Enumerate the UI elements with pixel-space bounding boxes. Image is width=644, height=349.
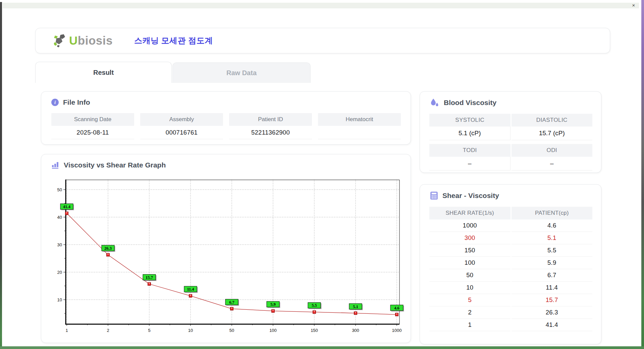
app-title: 스캐닝 모세관 점도계 (134, 35, 213, 46)
sv-shear-value: 10 (429, 282, 511, 294)
sv-patient-value: 5.9 (512, 257, 593, 269)
svg-text:10: 10 (188, 328, 193, 333)
svg-text:100: 100 (269, 328, 277, 333)
shear-viscosity-row: 515.7 (429, 294, 592, 306)
sv-rows: 10004.63005.11505.51005.9506.71011.4515.… (429, 219, 592, 331)
bv-value-todi: – (429, 157, 511, 170)
field-assembly: Assembly 000716761 (140, 113, 223, 139)
sv-shear-value: 2 (429, 306, 511, 319)
svg-text:5: 5 (148, 328, 150, 333)
sv-shear-value: 100 (429, 257, 511, 269)
svg-text:5.1: 5.1 (353, 304, 358, 309)
field-scanning-date: Scanning Date 2025-08-11 (51, 113, 134, 139)
sv-shear-value: 300 (429, 232, 511, 244)
graph-title: Viscosity vs Shear Rate Graph (64, 161, 166, 169)
blood-viscosity-table: SYSTOLIC DIASTOLIC 5.1 (cP) 15.7 (cP) TO… (429, 114, 592, 170)
field-value: 2025-08-11 (51, 126, 134, 139)
bv-value-odi: – (512, 157, 593, 170)
sv-shear-value: 5 (429, 294, 511, 306)
svg-text:26.3: 26.3 (104, 246, 112, 251)
svg-text:30: 30 (57, 242, 62, 247)
shear-viscosity-title: Shear - Viscosity (442, 192, 499, 200)
bv-value-diastolic: 15.7 (cP) (512, 127, 593, 140)
sv-patient-value: 6.7 (512, 269, 593, 282)
field-value: 000716761 (140, 126, 223, 139)
info-icon: i (51, 99, 59, 106)
blood-drops-icon (430, 98, 439, 107)
svg-text:2: 2 (107, 328, 109, 333)
logo-text-u: U (69, 34, 78, 47)
tab-raw-data[interactable]: Raw Data (172, 62, 311, 83)
shear-viscosity-row: 506.7 (429, 269, 592, 282)
shear-viscosity-card: Shear - Viscosity SHEAR RATE(1/s) PATIEN… (420, 184, 601, 344)
svg-text:10: 10 (57, 297, 62, 302)
svg-text:11.4: 11.4 (187, 287, 194, 292)
svg-text:300: 300 (352, 328, 359, 333)
svg-text:50: 50 (57, 187, 62, 192)
blood-viscosity-title: Blood Viscosity (444, 99, 496, 107)
sv-shear-value: 1 (429, 319, 511, 331)
svg-text:4.6: 4.6 (394, 306, 399, 310)
viscosity-chart: 10203040501251050100150300100041.426.315… (51, 178, 407, 338)
file-info-fields: Scanning Date 2025-08-11 Assembly 000716… (51, 113, 401, 139)
sv-patient-value: 15.7 (512, 294, 593, 306)
shear-viscosity-row: 3005.1 (429, 232, 592, 244)
svg-text:1000: 1000 (392, 328, 402, 333)
close-button[interactable]: × (630, 3, 637, 8)
field-hematocrit: Hematocrit (318, 113, 401, 139)
bv-header-todi: TODI (429, 144, 511, 157)
bv-header-odi: ODI (512, 144, 593, 157)
ubiosis-logo-icon (52, 33, 68, 48)
viscosity-graph-card: Viscosity vs Shear Rate Graph 1020304050… (41, 154, 411, 343)
shear-viscosity-row: 10004.6 (429, 219, 592, 232)
field-value (318, 126, 401, 139)
svg-text:41.4: 41.4 (63, 204, 71, 209)
logo-text: Ubiosis (69, 34, 113, 47)
bv-value-systolic: 5.1 (cP) (429, 127, 511, 140)
window-border-right (641, 0, 644, 349)
svg-text:5.5: 5.5 (312, 303, 317, 308)
shear-viscosity-row: 1505.5 (429, 244, 592, 257)
sv-patient-value: 5.5 (512, 244, 593, 257)
sv-patient-value: 41.4 (512, 319, 593, 331)
svg-text:6.7: 6.7 (229, 300, 234, 305)
sv-patient-value: 4.6 (512, 219, 593, 232)
shear-viscosity-table: SHEAR RATE(1/s) PATIENT(cp) 10004.63005.… (429, 207, 592, 331)
window-border-left (0, 2, 2, 349)
bv-header-systolic: SYSTOLIC (429, 114, 511, 127)
svg-text:20: 20 (57, 270, 62, 275)
sv-col-patient: PATIENT(cp) (512, 207, 593, 219)
field-patient-id: Patient ID 52211362900 (229, 113, 312, 139)
field-label: Patient ID (229, 113, 312, 126)
shear-viscosity-row: 226.3 (429, 306, 592, 319)
field-value: 52211362900 (229, 126, 312, 139)
svg-text:5.9: 5.9 (270, 302, 276, 307)
bv-header-diastolic: DIASTOLIC (512, 114, 593, 127)
sv-patient-value: 26.3 (512, 306, 593, 319)
sv-col-shear-rate: SHEAR RATE(1/s) (429, 207, 511, 219)
field-label: Scanning Date (51, 113, 134, 126)
window-border-bottom (0, 346, 644, 349)
window-titlebar: × (3, 3, 639, 8)
svg-text:1: 1 (65, 328, 68, 333)
calculator-icon (430, 191, 438, 200)
svg-text:40: 40 (57, 215, 62, 220)
sv-shear-value: 1000 (429, 219, 511, 232)
svg-text:15.7: 15.7 (146, 275, 153, 280)
shear-viscosity-row: 1011.4 (429, 282, 592, 294)
header-card: Ubiosis 스캐닝 모세관 점도계 (35, 28, 610, 53)
shear-viscosity-row: 141.4 (429, 319, 592, 331)
file-info-card: i File Info Scanning Date 2025-08-11 Ass… (41, 91, 411, 145)
file-info-title: File Info (63, 98, 90, 106)
field-label: Assembly (140, 113, 223, 126)
sv-patient-value: 11.4 (512, 282, 593, 294)
shear-viscosity-row: 1005.9 (429, 257, 592, 269)
svg-text:150: 150 (311, 328, 318, 333)
sv-shear-value: 50 (429, 269, 511, 282)
ubiosis-logo: Ubiosis (52, 33, 113, 48)
blood-viscosity-card: Blood Viscosity SYSTOLIC DIASTOLIC 5.1 (… (420, 91, 601, 173)
tab-result[interactable]: Result (35, 62, 172, 83)
sv-shear-value: 150 (429, 244, 511, 257)
bar-chart-icon (51, 161, 59, 169)
sv-patient-value: 5.1 (512, 232, 593, 244)
